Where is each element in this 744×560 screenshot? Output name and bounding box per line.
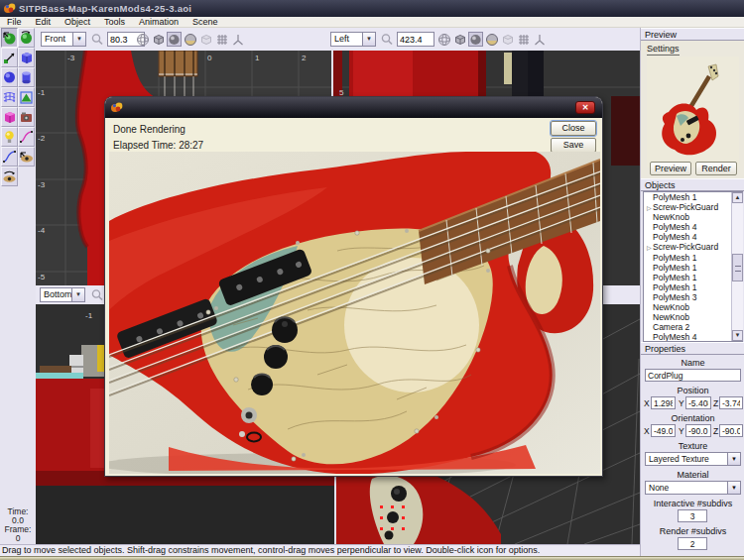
left-zoom-input[interactable] [397,32,434,47]
scrollbar-thumb[interactable] [732,254,743,281]
textured-mode-icon[interactable] [484,32,499,47]
create-polygon-tool[interactable] [18,87,35,107]
render-dialog[interactable]: ✕ Done Rendering Elapsed Time: 28:27 Clo… [104,96,603,477]
object-list-item[interactable]: NewKnob [644,212,742,222]
window-titlebar[interactable]: SITPBass-Map-KarenMods4-25-3.aoi [0,0,744,17]
rotate-view-tool[interactable] [1,167,18,186]
preview-button[interactable]: Preview [650,162,691,175]
interactive-subdivs-field[interactable] [678,509,707,522]
objects-list[interactable]: PolyMesh 1 ▷Screw-PickGuard NewKnob Poly… [643,191,743,342]
ori-y-field[interactable] [685,424,711,437]
smooth-shade-mode-icon[interactable] [167,32,182,47]
preview-thumbnail [647,56,739,168]
create-sphere-tool[interactable] [1,67,18,87]
object-list-item[interactable]: ▷Screw-PickGuard [644,242,742,252]
rendered-image [109,152,600,474]
create-splinemesh-tool[interactable] [1,87,18,107]
objects-section-header[interactable]: Objects [641,178,744,191]
object-list-item[interactable]: PolyMesh 1 [644,273,742,282]
wireframe-mode-icon[interactable] [436,32,451,47]
close-button[interactable]: Close [551,121,596,136]
create-polymesh-tool[interactable] [1,107,18,127]
material-label: Material [641,470,744,480]
chevron-down-icon: ▼ [71,288,84,301]
object-list-item[interactable]: NewKnob [644,312,742,322]
grid-toggle-icon[interactable] [214,32,229,47]
render-dialog-titlebar[interactable]: ✕ [105,97,602,118]
window-bottom-edge [0,556,744,560]
settings-link[interactable]: Settings [647,44,680,56]
move-tool[interactable] [1,28,18,48]
pos-x-field[interactable] [651,396,676,409]
object-list-item[interactable]: PolyMesh 1 [644,253,742,263]
menu-item[interactable]: Scene [186,17,225,28]
front-view-select[interactable]: Front ▼ [41,32,86,47]
curve-icon [19,129,34,145]
axes-toggle-icon[interactable] [230,32,245,47]
render-subdivs-field[interactable] [678,537,707,550]
object-list-item[interactable]: PolyMesh 1 [644,192,742,202]
object-list-item[interactable]: PolyMesh 4 [644,332,742,342]
pos-z-field[interactable] [719,396,743,409]
menu-item[interactable]: Object [58,17,97,28]
object-list-item[interactable]: PolyMesh 4 [644,232,742,242]
flat-shade-mode-icon[interactable] [452,32,467,47]
menu-item[interactable]: File [0,17,29,28]
create-light-tool[interactable] [1,127,18,147]
create-cube-tool[interactable] [18,48,35,67]
texture-label: Texture [641,441,744,451]
object-list-item[interactable]: ▷Screw-PickGuard [644,202,742,212]
scroll-up-icon[interactable]: ▲ [732,192,743,203]
magnify-icon[interactable] [380,33,394,46]
create-interp-curve-tool[interactable] [1,147,18,167]
bottom-view-select[interactable]: Bottom ▼ [40,287,85,302]
window-title: SITPBass-Map-KarenMods4-25-3.aoi [19,0,191,17]
object-list-item[interactable]: NewKnob [644,302,742,312]
object-list-item[interactable]: PolyMesh 1 [644,263,742,273]
menu-item[interactable]: Animation [132,17,186,28]
scroll-down-icon[interactable]: ▼ [732,330,743,341]
properties-section-header[interactable]: Properties [641,342,744,355]
pan-view-tool[interactable] [18,147,35,167]
render-button[interactable]: Render [695,162,737,175]
create-curve-tool[interactable] [18,127,35,147]
left-view-select[interactable]: Left ▼ [330,32,376,47]
menu-item[interactable]: Edit [29,17,59,28]
object-list-item[interactable]: PolyMesh 1 [644,282,742,292]
object-list-item[interactable]: Camera 2 [644,322,742,332]
object-name: PolyMesh 1 [653,273,696,282]
textured-mode-icon[interactable] [183,32,197,47]
smooth-shade-mode-icon[interactable] [468,32,483,47]
properties-section-title: Properties [645,344,685,354]
light-bulb-icon [2,129,17,145]
transparent-mode-icon[interactable] [198,32,213,47]
magnify-icon[interactable] [90,288,104,301]
transparent-mode-icon[interactable] [500,32,515,47]
flat-shade-mode-icon[interactable] [151,32,166,47]
menu-item[interactable]: Tools [97,17,132,28]
ori-x-field[interactable] [651,424,676,437]
create-cylinder-tool[interactable] [18,67,35,87]
name-field[interactable] [645,369,741,382]
object-list-item[interactable]: PolyMesh 4 [644,222,742,232]
texture-select[interactable]: Layered Texture ▼ [645,452,741,466]
material-select[interactable]: None ▼ [645,481,741,495]
preview-section-header[interactable]: Preview [641,28,744,41]
create-camera-tool[interactable] [18,107,35,127]
scale-tool[interactable] [1,48,18,67]
magnify-icon[interactable] [90,33,104,46]
dialog-close-icon[interactable]: ✕ [575,101,595,114]
pos-y-field[interactable] [685,396,711,409]
pos-x-label: X [644,398,650,408]
chevron-down-icon: ▼ [362,33,375,46]
objects-scrollbar[interactable]: ▲ ▼ [731,192,743,341]
save-button[interactable]: Save [551,138,596,153]
ori-z-field[interactable] [719,424,743,437]
rotate-tool[interactable] [18,28,35,48]
object-list-item[interactable]: PolyMesh 3 [644,292,742,302]
wireframe-mode-icon[interactable] [135,32,150,47]
axes-toggle-icon[interactable] [532,32,547,47]
palette-empty-cell [18,167,35,186]
grid-toggle-icon[interactable] [516,32,531,47]
timeline-labels: Time: 0.0 Frame: 0 [0,507,36,544]
